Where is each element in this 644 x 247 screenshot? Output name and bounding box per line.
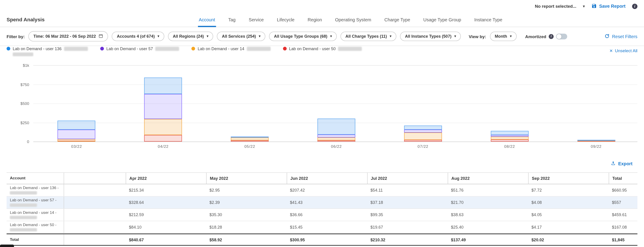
bar-segment[interactable] bbox=[144, 135, 182, 141]
account-name: Lab on Demand - user 14 - bbox=[10, 210, 56, 215]
bar-segment[interactable] bbox=[58, 130, 96, 139]
tab-instance-type[interactable]: Instance Type bbox=[474, 13, 503, 27]
x-axis-tick-label: 03/22 bbox=[71, 144, 82, 148]
value-cell: $212.59 bbox=[126, 209, 206, 221]
bar-segment[interactable] bbox=[404, 133, 442, 140]
bar-segment[interactable] bbox=[318, 140, 355, 141]
bar-segment[interactable] bbox=[404, 126, 442, 130]
bar-segment[interactable] bbox=[404, 130, 442, 132]
value-cell: $7.72 bbox=[528, 184, 608, 196]
bar-segment[interactable] bbox=[318, 119, 355, 134]
refresh-icon bbox=[605, 33, 610, 39]
tab-charge-type[interactable]: Charge Type bbox=[384, 13, 411, 27]
bar-segment[interactable] bbox=[404, 140, 442, 142]
total-value-cell: $300.95 bbox=[287, 234, 367, 245]
bar-segment[interactable] bbox=[490, 135, 528, 137]
bar-segment[interactable] bbox=[318, 134, 355, 138]
regions-filter[interactable]: All Regions (24)▾ bbox=[168, 31, 214, 41]
legend-item-4[interactable]: Lab on Demand - user 50 bbox=[283, 46, 362, 51]
chevron-down-icon: ▾ bbox=[390, 35, 391, 38]
tab-tag[interactable]: Tag bbox=[228, 13, 236, 27]
bar-segment[interactable] bbox=[231, 140, 268, 141]
value-cell: $2.39 bbox=[206, 197, 286, 208]
bar-segment[interactable] bbox=[144, 119, 182, 135]
toggle-knob bbox=[556, 34, 562, 39]
services-filter[interactable]: All Services (254)▾ bbox=[217, 31, 266, 41]
bar-segment[interactable] bbox=[490, 131, 528, 135]
bar-segment[interactable] bbox=[490, 137, 528, 140]
value-cell: $51.76 bbox=[448, 184, 528, 196]
time-filter[interactable]: Time: 06 Mar 2022 - 06 Sep 2022 bbox=[28, 31, 108, 41]
bar-segment[interactable] bbox=[144, 77, 182, 94]
table-row: Lab on Demand - user 57 -$328.64$2.39$41… bbox=[6, 197, 638, 209]
bar-segment[interactable] bbox=[231, 136, 268, 137]
column-header: Total bbox=[609, 173, 638, 184]
charge-types-filter[interactable]: All Charge Types (11)▾ bbox=[340, 31, 396, 41]
bar-segment[interactable] bbox=[58, 121, 96, 130]
bottom-corner-widget[interactable] bbox=[0, 245, 14, 247]
tab-account[interactable]: Account bbox=[198, 13, 216, 27]
info-icon[interactable]: i bbox=[549, 34, 554, 39]
column-header-account: Account bbox=[6, 173, 64, 184]
spacer-cell bbox=[64, 221, 126, 233]
value-cell: $207.42 bbox=[287, 184, 367, 196]
instance-types-filter[interactable]: All Instance Types (507)▾ bbox=[400, 31, 461, 41]
bar-segment[interactable] bbox=[577, 140, 615, 141]
bar-segment[interactable] bbox=[144, 94, 182, 119]
view-by-select[interactable]: Month ▾ bbox=[490, 31, 517, 41]
legend-item-1[interactable]: Lab on Demand - user 136 bbox=[6, 46, 88, 56]
column-header: Jul 2022 bbox=[367, 173, 448, 184]
accounts-filter[interactable]: Accounts 4 (of 674)▾ bbox=[112, 31, 164, 41]
table-row: Lab on Demand - user 136 -$215.34$2.95$2… bbox=[6, 184, 638, 197]
spacer-cell bbox=[64, 209, 126, 221]
bar-segment[interactable] bbox=[231, 138, 268, 140]
view-by-value: Month bbox=[495, 34, 507, 39]
value-cell: $38.63 bbox=[448, 209, 528, 221]
tab-usage-type-group[interactable]: Usage Type Group bbox=[422, 13, 462, 27]
total-label: Total bbox=[6, 234, 64, 245]
reset-filters-button[interactable]: Reset Filters bbox=[605, 33, 638, 39]
y-axis-tick-label: 0 bbox=[6, 139, 29, 144]
tab-region[interactable]: Region bbox=[307, 13, 323, 27]
value-cell: $4.08 bbox=[528, 197, 608, 208]
report-selector[interactable]: No report selected... ▾ bbox=[535, 4, 585, 9]
table-row: Lab on Demand - user 50 -$84.10$18.28$15… bbox=[6, 221, 638, 233]
usage-type-groups-filter[interactable]: All Usage Type Groups (68)▾ bbox=[269, 31, 337, 41]
value-cell: $35.30 bbox=[206, 209, 286, 221]
export-button[interactable]: Export bbox=[611, 161, 633, 167]
redacted-text bbox=[13, 52, 33, 56]
bar-segment[interactable] bbox=[58, 139, 96, 141]
value-cell: $99.35 bbox=[367, 209, 448, 221]
legend-item-3[interactable]: Lab on Demand - user 14 bbox=[192, 46, 271, 51]
y-axis-tick-label: $1k bbox=[6, 63, 29, 67]
calendar-icon bbox=[99, 34, 104, 39]
reset-filters-label: Reset Filters bbox=[612, 34, 638, 39]
unselect-all-label: Unselect All bbox=[615, 48, 638, 53]
bar-segment[interactable] bbox=[318, 138, 355, 140]
save-report-button[interactable]: Save Report bbox=[591, 3, 625, 9]
redacted-text bbox=[10, 216, 37, 219]
x-axis-tick-label: 09/22 bbox=[591, 144, 602, 148]
spacer-cell bbox=[64, 173, 126, 184]
y-axis-tick-label: $500 bbox=[6, 101, 29, 106]
value-cell: $18.28 bbox=[206, 221, 286, 233]
amortized-label: Amortized bbox=[525, 34, 546, 39]
title-bar: Spend Analysis AccountTagServiceLifecycl… bbox=[0, 12, 644, 27]
table-row: Lab on Demand - user 14 -$212.59$35.30$3… bbox=[6, 209, 638, 221]
save-icon bbox=[591, 3, 596, 9]
unselect-all-button[interactable]: ✕ Unselect All bbox=[610, 48, 638, 53]
chevron-down-icon: ▾ bbox=[207, 35, 208, 38]
bar-segment[interactable] bbox=[490, 140, 528, 142]
total-value-cell: $210.32 bbox=[367, 234, 448, 245]
amortized-toggle[interactable] bbox=[556, 33, 567, 39]
tab-lifecycle[interactable]: Lifecycle bbox=[276, 13, 296, 27]
legend-item-2[interactable]: Lab on Demand - user 57 bbox=[100, 46, 179, 51]
tab-operating-system[interactable]: Operating System bbox=[334, 13, 372, 27]
column-header: Jun 2022 bbox=[287, 173, 367, 184]
account-name: Lab on Demand - user 136 - bbox=[10, 186, 59, 190]
legend-dot bbox=[100, 47, 104, 50]
info-icon[interactable]: i bbox=[632, 3, 638, 9]
column-header: Aug 2022 bbox=[448, 173, 528, 184]
tab-service[interactable]: Service bbox=[248, 13, 265, 27]
value-cell: $4.17 bbox=[528, 221, 608, 233]
